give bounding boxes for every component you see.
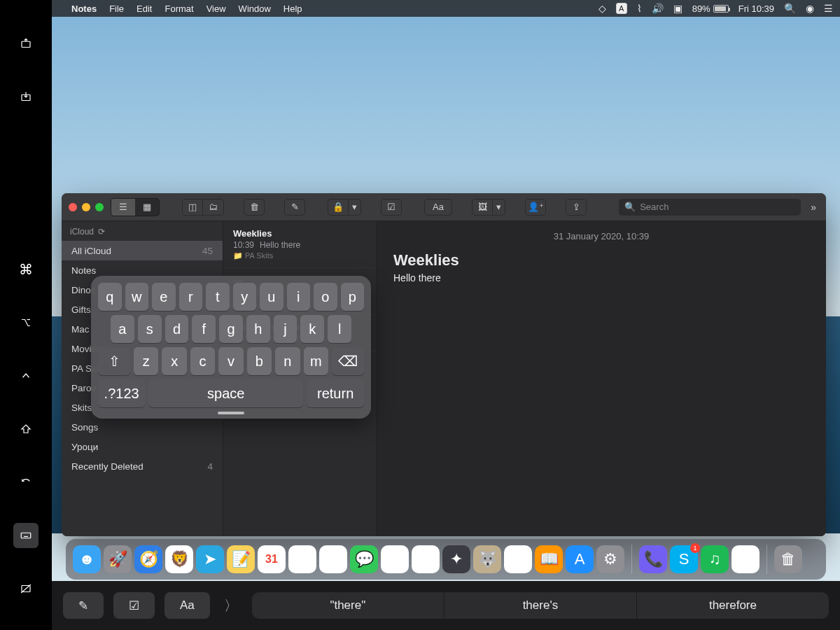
shift-key-icon[interactable] [13, 416, 38, 442]
menu-help[interactable]: Help [284, 4, 302, 14]
dock-books-icon[interactable]: 📖 [535, 545, 563, 573]
search-field[interactable]: 🔍 Search [619, 199, 801, 216]
collaborate-icon[interactable]: 👤⁺ [525, 199, 546, 216]
sidebar-item[interactable]: Songs [62, 417, 223, 437]
lock-menu-chevron-icon[interactable]: ▾ [349, 199, 361, 216]
key-e[interactable]: e [152, 283, 176, 311]
note-editor[interactable]: 31 January 2020, 10:39 Weeklies Hello th… [377, 221, 826, 536]
wifi-icon[interactable]: ⌇ [637, 3, 642, 14]
close-button[interactable] [69, 203, 77, 211]
return-key[interactable]: return [307, 379, 364, 407]
attachments-icon[interactable]: 🗂 [203, 199, 224, 216]
fullscreen-button[interactable] [95, 203, 104, 211]
key-j[interactable]: j [274, 315, 298, 343]
key-t[interactable]: t [206, 283, 230, 311]
disconnect-icon[interactable] [13, 576, 38, 601]
dock-launchpad-icon[interactable]: 🚀 [104, 545, 132, 573]
dock-telegram-icon[interactable]: ➤ [196, 545, 224, 573]
dock-messages-icon[interactable]: 💬 [350, 545, 378, 573]
menu-format[interactable]: Format [164, 4, 193, 14]
key-x[interactable]: x [162, 347, 186, 375]
dock-music-icon[interactable]: ♪ [412, 545, 440, 573]
key-f[interactable]: f [192, 315, 216, 343]
media-icon[interactable]: 🖼 [472, 199, 493, 216]
delete-note-icon[interactable]: 🗑 [244, 199, 265, 216]
text-format-button[interactable]: Aa [424, 199, 452, 216]
sidebar-item[interactable]: All iCloud45 [62, 241, 223, 260]
menubar-app-name[interactable]: Notes [71, 4, 97, 14]
key-o[interactable]: o [314, 283, 337, 311]
key-g[interactable]: g [219, 315, 243, 343]
share-icon[interactable]: ⇪ [566, 199, 587, 216]
shift-key[interactable]: ⇧ [98, 347, 130, 375]
dock-settings-icon[interactable]: ⚙ [596, 545, 624, 573]
battery-status[interactable]: 89% [692, 4, 729, 14]
grid-view-icon[interactable]: ▦ [135, 199, 159, 216]
dock-skype-icon[interactable]: S1 [670, 545, 698, 573]
dock-pill-icon[interactable]: ● [504, 545, 532, 573]
suggestion-2[interactable]: there's [444, 592, 637, 619]
dock-reminders-icon[interactable]: ☰ [319, 545, 347, 573]
note-list-item[interactable]: Weeklies10:39Hello there📁 PA Skits [223, 221, 376, 268]
dock-viber-icon[interactable]: 📞 [639, 545, 667, 573]
key-u[interactable]: u [260, 283, 284, 311]
key-q[interactable]: q [98, 283, 122, 311]
checklist-icon[interactable]: ☑ [381, 199, 402, 216]
suggestion-1[interactable]: "there" [252, 592, 444, 619]
dock-safari-icon[interactable]: 🧭 [134, 545, 162, 573]
dock-trash-icon[interactable]: 🗑 [774, 545, 802, 573]
key-y[interactable]: y [233, 283, 257, 311]
keyboard-drag-handle[interactable] [218, 412, 244, 414]
dock-calendar-icon[interactable]: 31 [258, 545, 286, 573]
volume-icon[interactable]: 🔊 [652, 3, 664, 14]
key-p[interactable]: p [341, 283, 365, 311]
siri-icon[interactable]: ◉ [806, 3, 814, 14]
numbers-key[interactable]: .?123 [98, 379, 145, 407]
format-shortcut-button[interactable]: Aa [164, 592, 210, 619]
command-key-icon[interactable]: ⌘ [13, 257, 38, 282]
screen-mirror-icon[interactable]: ▣ [673, 3, 682, 14]
key-c[interactable]: c [190, 347, 215, 375]
dock-fcp-icon[interactable]: ✦ [442, 545, 470, 573]
key-w[interactable]: w [125, 283, 149, 311]
shortcut-expand-icon[interactable]: 〉 [220, 596, 242, 615]
dock-gimp-icon[interactable]: 🐺 [473, 545, 501, 573]
compose-shortcut-icon[interactable]: ✎ [63, 592, 104, 619]
menubar-diamond-icon[interactable]: ◇ [598, 3, 606, 14]
checklist-shortcut-icon[interactable]: ☑ [113, 592, 155, 619]
key-n[interactable]: n [275, 347, 300, 375]
input-source-icon[interactable]: A [616, 3, 627, 14]
key-s[interactable]: s [138, 315, 162, 343]
key-k[interactable]: k [300, 315, 324, 343]
key-a[interactable]: a [111, 315, 134, 343]
dock-spotify-icon[interactable]: ♫ [701, 545, 729, 573]
minimize-button[interactable] [82, 203, 90, 211]
key-d[interactable]: d [165, 315, 189, 343]
dock-teamviewer-icon[interactable]: ↻ [732, 545, 760, 573]
key-i[interactable]: i [287, 283, 311, 311]
menu-file[interactable]: File [109, 4, 124, 14]
menu-view[interactable]: View [206, 4, 226, 14]
toolbar-overflow-icon[interactable]: » [808, 202, 819, 213]
dock-finder-icon[interactable]: ☻ [73, 545, 101, 573]
toggle-sidebar-icon[interactable]: ◫ [182, 199, 203, 216]
menu-edit[interactable]: Edit [136, 4, 152, 14]
send-screen-icon[interactable] [13, 31, 38, 57]
lock-icon[interactable]: 🔒 [328, 199, 349, 216]
menubar-clock[interactable]: Fri 10:39 [738, 4, 774, 14]
backspace-key[interactable]: ⌫ [332, 347, 364, 375]
control-key-icon[interactable] [13, 363, 38, 388]
key-b[interactable]: b [247, 347, 272, 375]
notification-center-icon[interactable]: ☰ [824, 3, 833, 14]
key-r[interactable]: r [179, 283, 203, 311]
dock-blank-icon[interactable] [288, 545, 316, 573]
media-menu-chevron-icon[interactable]: ▾ [493, 199, 505, 216]
dock-photos-icon[interactable]: ✿ [381, 545, 409, 573]
dock-brave-icon[interactable]: 🦁 [165, 545, 193, 573]
key-l[interactable]: l [328, 315, 351, 343]
download-screen-icon[interactable] [13, 85, 38, 110]
option-key-icon[interactable] [13, 310, 38, 335]
undo-icon[interactable] [13, 470, 38, 495]
key-v[interactable]: v [218, 347, 243, 375]
list-view-icon[interactable]: ☰ [111, 199, 135, 216]
